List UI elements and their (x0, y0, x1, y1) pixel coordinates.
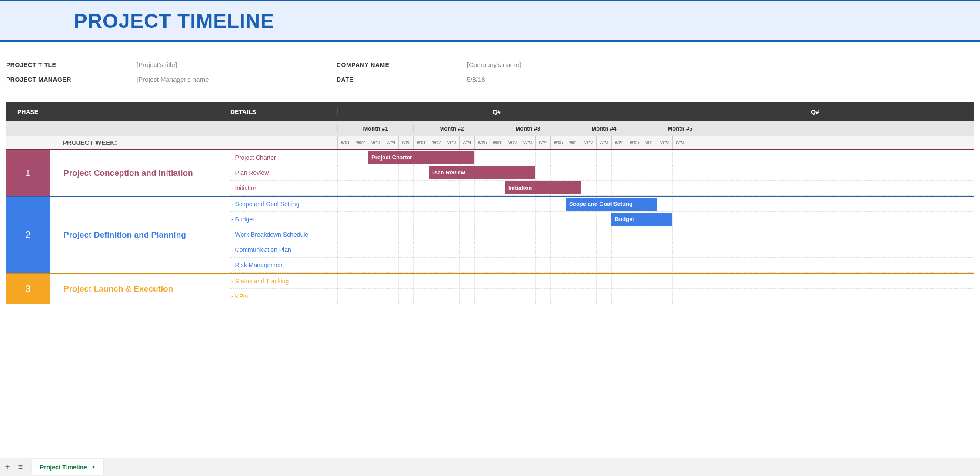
gantt-cell[interactable] (353, 165, 368, 180)
gantt-cell[interactable] (444, 212, 459, 227)
gantt-cell[interactable] (383, 274, 398, 288)
meta-value[interactable]: [Project Manager's name] (137, 76, 210, 83)
gantt-cell[interactable] (550, 150, 566, 165)
gantt-cell[interactable] (672, 150, 687, 165)
gantt-cell[interactable] (337, 197, 353, 211)
gantt-cell[interactable] (490, 274, 505, 288)
gantt-cell[interactable] (520, 212, 535, 227)
gantt-cell[interactable] (642, 150, 657, 165)
task-item[interactable]: - Project Charter (230, 150, 337, 165)
gantt-cell[interactable] (368, 181, 383, 195)
gantt-cell[interactable] (657, 165, 672, 180)
gantt-cell[interactable] (535, 227, 550, 242)
gantt-cell[interactable] (627, 150, 642, 165)
task-item[interactable]: - Communication Plan (230, 242, 337, 258)
gantt-cell[interactable] (566, 212, 581, 227)
gantt-cell[interactable] (581, 212, 596, 227)
gantt-cell[interactable] (368, 197, 383, 211)
gantt-cell[interactable] (398, 258, 413, 272)
gantt-cell[interactable] (611, 258, 627, 272)
gantt-cell[interactable] (337, 165, 353, 180)
gantt-cell[interactable] (550, 197, 566, 211)
gantt-cell[interactable] (368, 258, 383, 272)
gantt-cell[interactable] (353, 289, 368, 304)
gantt-cell[interactable] (520, 227, 535, 242)
gantt-cell[interactable] (581, 289, 596, 304)
gantt-cell[interactable] (353, 258, 368, 272)
gantt-cell[interactable] (535, 242, 550, 257)
gantt-cell[interactable] (474, 197, 490, 211)
gantt-cell[interactable] (429, 197, 444, 211)
gantt-cell[interactable] (337, 289, 353, 304)
gantt-cell[interactable] (550, 289, 566, 304)
gantt-cell[interactable] (535, 212, 550, 227)
gantt-cell[interactable] (505, 242, 520, 257)
gantt-cell[interactable] (581, 258, 596, 272)
gantt-cell[interactable] (505, 258, 520, 272)
gantt-cell[interactable] (581, 242, 596, 257)
gantt-cell[interactable] (657, 197, 672, 211)
gantt-cell[interactable] (490, 242, 505, 257)
gantt-cell[interactable] (520, 242, 535, 257)
gantt-cell[interactable] (383, 181, 398, 195)
gantt-cell[interactable] (627, 181, 642, 195)
task-item[interactable]: - Risk Management (230, 258, 337, 273)
task-item[interactable]: - Scope and Goal Setting (230, 197, 337, 212)
gantt-cell[interactable] (672, 242, 687, 257)
gantt-cell[interactable] (413, 242, 429, 257)
gantt-cell[interactable] (566, 289, 581, 304)
gantt-cell[interactable] (413, 212, 429, 227)
gantt-cell[interactable] (353, 212, 368, 227)
gantt-cell[interactable] (459, 197, 474, 211)
gantt-cell[interactable] (353, 181, 368, 195)
gantt-cell[interactable] (505, 197, 520, 211)
gantt-cell[interactable] (611, 274, 627, 288)
gantt-cell[interactable] (429, 242, 444, 257)
task-item[interactable]: - Initiation (230, 181, 337, 196)
gantt-cell[interactable] (337, 150, 353, 165)
gantt-cell[interactable] (474, 289, 490, 304)
gantt-cell[interactable] (657, 150, 672, 165)
gantt-cell[interactable] (337, 242, 353, 257)
gantt-cell[interactable] (383, 258, 398, 272)
gantt-cell[interactable] (413, 165, 429, 180)
gantt-cell[interactable] (337, 258, 353, 272)
gantt-cell[interactable] (642, 274, 657, 288)
gantt-cell[interactable] (596, 181, 611, 195)
gantt-cell[interactable] (337, 212, 353, 227)
gantt-cell[interactable] (459, 274, 474, 288)
gantt-cell[interactable] (474, 181, 490, 195)
gantt-cell[interactable] (459, 227, 474, 242)
gantt-cell[interactable] (672, 197, 687, 211)
gantt-cell[interactable] (596, 274, 611, 288)
gantt-cell[interactable] (444, 227, 459, 242)
gantt-cell[interactable] (383, 165, 398, 180)
gantt-cell[interactable] (657, 258, 672, 272)
gantt-cell[interactable] (413, 227, 429, 242)
gantt-cell[interactable] (505, 274, 520, 288)
task-item[interactable]: - KPIs (230, 289, 337, 304)
gantt-cell[interactable] (444, 258, 459, 272)
gantt-cell[interactable] (413, 289, 429, 304)
gantt-cell[interactable] (398, 212, 413, 227)
gantt-cell[interactable] (444, 181, 459, 195)
gantt-cell[interactable] (505, 227, 520, 242)
gantt-cell[interactable] (398, 181, 413, 195)
gantt-cell[interactable] (535, 258, 550, 272)
gantt-cell[interactable] (596, 227, 611, 242)
gantt-cell[interactable] (459, 242, 474, 257)
gantt-cell[interactable] (657, 227, 672, 242)
gantt-cell[interactable] (596, 289, 611, 304)
gantt-cell[interactable] (550, 227, 566, 242)
gantt-cell[interactable] (672, 289, 687, 304)
gantt-cell[interactable] (611, 165, 627, 180)
gantt-cell[interactable] (337, 274, 353, 288)
gantt-cell[interactable] (429, 274, 444, 288)
gantt-cell[interactable] (490, 227, 505, 242)
phase-name[interactable]: Project Launch & Execution (50, 274, 230, 304)
gantt-cell[interactable] (596, 165, 611, 180)
gantt-cell[interactable] (672, 227, 687, 242)
gantt-cell[interactable] (550, 258, 566, 272)
gantt-cell[interactable] (353, 274, 368, 288)
gantt-cell[interactable] (657, 242, 672, 257)
